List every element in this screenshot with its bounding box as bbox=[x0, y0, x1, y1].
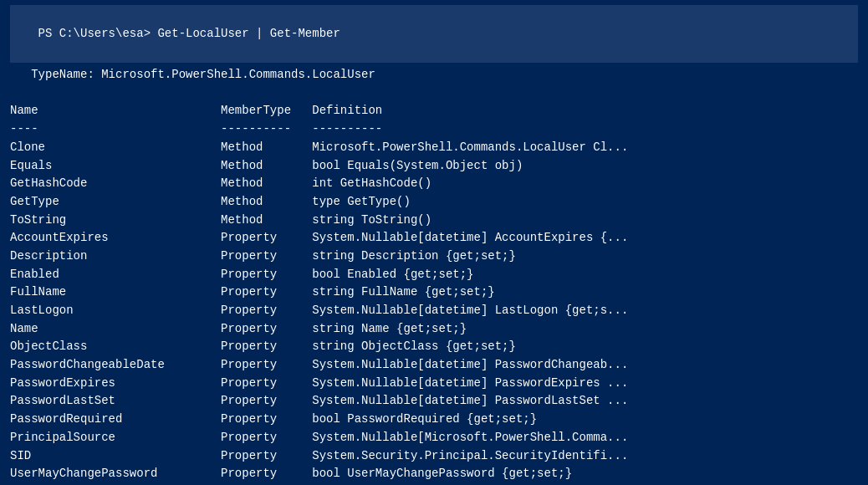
command-prompt: PS C:\Users\esa> Get-LocalUser | Get-Mem… bbox=[38, 27, 340, 40]
table-row: FullName Property string FullName {get;s… bbox=[10, 283, 858, 302]
table-row: AccountExpires Property System.Nullable[… bbox=[10, 229, 858, 248]
command-line: PS C:\Users\esa> Get-LocalUser | Get-Mem… bbox=[10, 5, 858, 63]
table-row: SID Property System.Security.Principal.S… bbox=[10, 447, 858, 466]
table-row: PasswordRequired Property bool PasswordR… bbox=[10, 411, 858, 429]
table-row: Description Property string Description … bbox=[10, 248, 858, 266]
table-row: Equals Method bool Equals(System.Object … bbox=[10, 157, 858, 176]
typename-line: TypeName: Microsoft.PowerShell.Commands.… bbox=[10, 66, 858, 84]
table-row: Enabled Property bool Enabled {get;set;} bbox=[10, 266, 858, 284]
table-row: GetHashCode Method int GetHashCode() bbox=[10, 175, 858, 193]
empty-line-1 bbox=[10, 84, 858, 103]
table-row: PasswordLastSet Property System.Nullable… bbox=[10, 392, 858, 411]
table-row: PasswordExpires Property System.Nullable… bbox=[10, 375, 858, 393]
table-row: GetType Method type GetType() bbox=[10, 193, 858, 212]
table-row: LastLogon Property System.Nullable[datet… bbox=[10, 302, 858, 320]
column-separator: ---- ---------- ---------- bbox=[10, 120, 858, 139]
table-row: UserMayChangePassword Property bool User… bbox=[10, 465, 858, 483]
table-row: PasswordChangeableDate Property System.N… bbox=[10, 356, 858, 375]
rows-container: Clone Method Microsoft.PowerShell.Comman… bbox=[10, 139, 858, 483]
table-row: Clone Method Microsoft.PowerShell.Comman… bbox=[10, 139, 858, 157]
table-row: ToString Method string ToString() bbox=[10, 212, 858, 230]
table-row: Name Property string Name {get;set;} bbox=[10, 320, 858, 339]
table-row: PrincipalSource Property System.Nullable… bbox=[10, 429, 858, 447]
terminal-window: PS C:\Users\esa> Get-LocalUser | Get-Mem… bbox=[0, 0, 868, 485]
column-header: Name MemberType Definition bbox=[10, 102, 858, 120]
table-row: ObjectClass Property string ObjectClass … bbox=[10, 338, 858, 356]
